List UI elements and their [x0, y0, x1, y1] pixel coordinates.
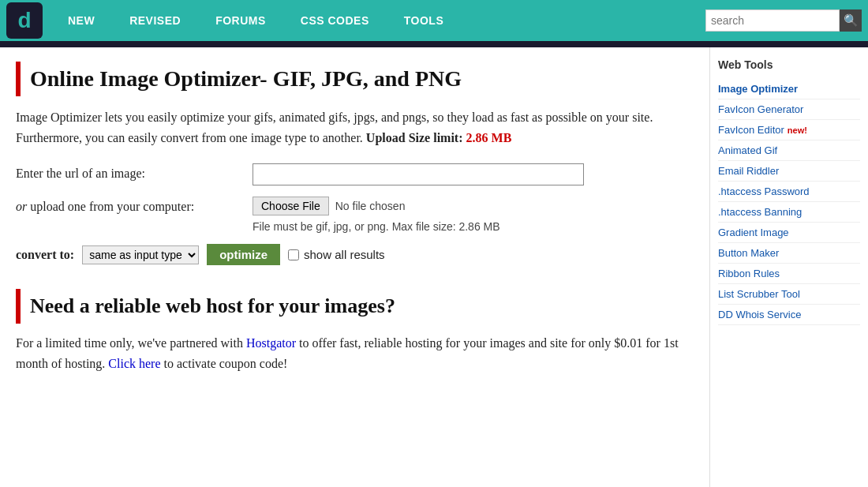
show-all-label: show all results: [304, 248, 385, 261]
show-all-checkbox[interactable]: [288, 249, 299, 260]
sidebar-links: Image OptimizerFavIcon GeneratorFavIcon …: [718, 79, 860, 325]
convert-row: convert to: same as input type GIF JPG P…: [16, 244, 694, 265]
promo-text-part3: to activate coupon code!: [161, 357, 288, 370]
sidebar-item-6[interactable]: .htaccess Banning: [718, 202, 860, 223]
nav-item-tools[interactable]: TOOLS: [387, 14, 461, 27]
nav-item-revised[interactable]: REVISED: [112, 14, 198, 27]
content-area: Online Image Optimizer- GIF, JPG, and PN…: [0, 47, 710, 487]
search-box: 🔍: [705, 9, 862, 32]
sidebar: Web Tools Image OptimizerFavIcon Generat…: [710, 47, 868, 487]
file-upload-row: or upload one from your computer: Choose…: [16, 197, 694, 233]
sidebar-item-10[interactable]: List Scrubber Tool: [718, 284, 860, 305]
page-title-wrap: Online Image Optimizer- GIF, JPG, and PN…: [16, 62, 694, 96]
main-nav: NEW REVISED FORUMS CSS CODES TOOLS: [51, 14, 705, 27]
url-label: Enter the url of an image:: [16, 163, 253, 181]
choose-file-button[interactable]: Choose File: [253, 197, 329, 215]
hostgator-link[interactable]: Hostgator: [246, 336, 296, 350]
optimize-button[interactable]: optimize: [207, 244, 280, 265]
nav-item-new[interactable]: NEW: [51, 14, 112, 27]
sidebar-item-5[interactable]: .htaccess Password: [718, 182, 860, 202]
convert-select[interactable]: same as input type GIF JPG PNG: [82, 245, 199, 264]
sidebar-item-11[interactable]: DD Whois Service: [718, 305, 860, 325]
promo-section: Need a reliable web host for your images…: [16, 289, 694, 373]
show-all-wrap: show all results: [288, 248, 385, 261]
sidebar-item-2[interactable]: FavIcon Editornew!: [718, 120, 860, 140]
promo-text-part1: For a limited time only, we've partnered…: [16, 336, 246, 350]
sidebar-item-0[interactable]: Image Optimizer: [718, 79, 860, 99]
sub-bar: [0, 41, 868, 47]
promo-text: For a limited time only, we've partnered…: [16, 333, 694, 373]
page-title: Online Image Optimizer- GIF, JPG, and PN…: [30, 66, 462, 92]
nav-item-forums[interactable]: FORUMS: [198, 14, 283, 27]
file-control: Choose File No file chosen File must be …: [253, 197, 694, 233]
logo: d: [6, 2, 43, 39]
nav-item-css-codes[interactable]: CSS CODES: [283, 14, 387, 27]
upload-label-italic: or: [16, 200, 27, 213]
main-layout: Online Image Optimizer- GIF, JPG, and PN…: [0, 47, 868, 487]
form-section: Enter the url of an image: or upload one…: [16, 163, 694, 265]
file-size-note: File must be gif, jpg, or png. Max file …: [253, 220, 694, 233]
file-input-display: Choose File No file chosen: [253, 197, 694, 215]
convert-label: convert to:: [16, 248, 74, 262]
url-input[interactable]: [253, 163, 584, 185]
no-file-label: No file chosen: [335, 200, 406, 212]
promo-title-wrap: Need a reliable web host for your images…: [16, 289, 694, 324]
promo-title: Need a reliable web host for your images…: [30, 294, 395, 318]
url-row: Enter the url of an image:: [16, 163, 694, 185]
search-button[interactable]: 🔍: [840, 9, 862, 32]
sidebar-title: Web Tools: [718, 58, 860, 71]
sidebar-item-1[interactable]: FavIcon Generator: [718, 99, 860, 120]
click-here-link[interactable]: Click here: [108, 357, 160, 370]
description-text: Image Optimizer lets you easily optimize…: [16, 107, 694, 148]
url-control: [253, 163, 694, 185]
upload-label-rest: upload one from your computer:: [27, 200, 194, 213]
sidebar-item-7[interactable]: Gradient Image: [718, 223, 860, 243]
search-input[interactable]: [705, 9, 840, 32]
sidebar-item-8[interactable]: Button Maker: [718, 243, 860, 264]
title-accent-bar: [16, 62, 21, 96]
header: d NEW REVISED FORUMS CSS CODES TOOLS 🔍: [0, 0, 868, 41]
upload-label: or upload one from your computer:: [16, 197, 253, 214]
promo-accent-bar: [16, 289, 21, 324]
sidebar-item-9[interactable]: Ribbon Rules: [718, 264, 860, 284]
sidebar-item-4[interactable]: Email Riddler: [718, 161, 860, 182]
sidebar-item-3[interactable]: Animated Gif: [718, 140, 860, 161]
